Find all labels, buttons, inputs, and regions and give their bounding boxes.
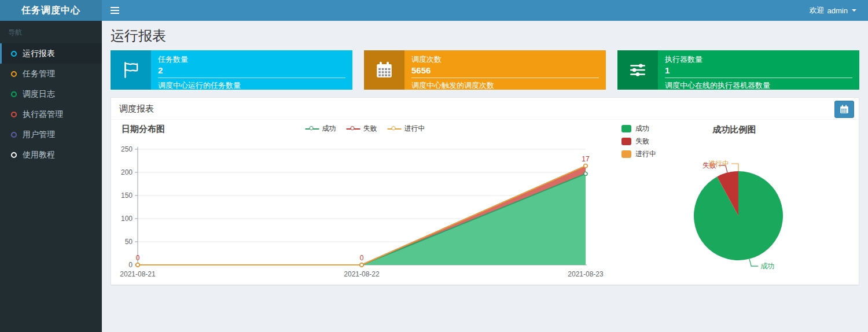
sidebar-item-label: 执行器管理 xyxy=(23,109,63,120)
svg-text:2021-08-23: 2021-08-23 xyxy=(568,270,604,278)
welcome-label: 欢迎 xyxy=(810,5,825,16)
sidebar-item-user-manage[interactable]: 用户管理 xyxy=(0,124,102,145)
stat-card-label: 任务数量 xyxy=(158,54,345,65)
header-brand[interactable]: 任务调度中心 xyxy=(0,0,102,21)
legend-label: 失败 xyxy=(635,137,649,146)
legend-label: 失败 xyxy=(363,124,377,134)
pie-legend-item-进行中[interactable]: 进行中 xyxy=(621,149,656,159)
svg-text:250: 250 xyxy=(121,145,133,153)
flag-icon xyxy=(111,50,151,90)
report-panel-body: 日期分布图 成功失败进行中 05010015020025000172021-08… xyxy=(111,120,859,284)
stat-card-label: 执行器数量 xyxy=(665,54,852,65)
svg-text:150: 150 xyxy=(121,191,133,200)
chevron-down-icon xyxy=(852,9,856,12)
svg-text:200: 200 xyxy=(121,168,133,176)
circle-icon xyxy=(11,152,17,158)
svg-text:2021-08-22: 2021-08-22 xyxy=(344,270,380,278)
legend-line-marker xyxy=(347,126,361,132)
circle-icon xyxy=(11,132,17,138)
area-chart-title: 日期分布图 xyxy=(122,124,165,135)
sidebar-item-label: 任务管理 xyxy=(23,69,55,79)
svg-text:进行中: 进行中 xyxy=(708,160,729,168)
svg-text:0: 0 xyxy=(136,254,140,262)
calendar-icon xyxy=(839,104,849,115)
stat-card-label: 调度次数 xyxy=(411,54,599,65)
sidebar-item-run-report[interactable]: 运行报表 xyxy=(0,43,102,64)
stat-card-value: 1 xyxy=(665,65,852,75)
report-panel-title: 调度报表 xyxy=(119,104,154,113)
circle-icon xyxy=(11,71,17,77)
sidebar-item-job-log[interactable]: 调度日志 xyxy=(0,84,102,104)
sidebar-item-label: 使用教程 xyxy=(23,150,55,160)
sidebar: 导航 运行报表任务管理调度日志执行器管理用户管理使用教程 xyxy=(0,21,102,332)
legend-item-失败[interactable]: 失败 xyxy=(347,124,377,134)
stat-card-desc: 调度中心在线的执行器机器数量 xyxy=(665,80,852,90)
main-content: 运行报表 任务数量2调度中心运行的任务数量调度次数5656调度中心触发的调度次数… xyxy=(102,21,868,332)
legend-item-进行中[interactable]: 进行中 xyxy=(388,124,425,134)
stat-card-executor-count: 执行器数量1调度中心在线的执行器机器数量 xyxy=(617,50,859,90)
sidebar-nav-label: 导航 xyxy=(0,21,102,43)
legend-swatch xyxy=(621,138,631,145)
legend-label: 成功 xyxy=(322,124,336,134)
svg-text:50: 50 xyxy=(125,238,133,246)
stat-card-job-count: 任务数量2调度中心运行的任务数量 xyxy=(111,50,352,90)
pie-legend-item-失败[interactable]: 失败 xyxy=(621,137,656,146)
svg-text:100: 100 xyxy=(121,215,133,223)
report-panel: 调度报表 xyxy=(111,97,859,285)
hamburger-icon xyxy=(111,7,119,8)
calendar-icon xyxy=(364,50,404,90)
svg-text:0: 0 xyxy=(360,254,364,262)
stat-card-trigger-count: 调度次数5656调度中心触发的调度次数 xyxy=(364,50,606,90)
stat-card-desc: 调度中心触发的调度次数 xyxy=(411,80,599,90)
line-chart-legend: 成功失败进行中 xyxy=(306,124,425,134)
pie-legend-item-成功[interactable]: 成功 xyxy=(621,124,656,134)
date-range-button[interactable] xyxy=(834,101,854,118)
svg-text:2021-08-21: 2021-08-21 xyxy=(120,270,156,278)
legend-line-marker xyxy=(306,126,319,132)
legend-swatch xyxy=(621,125,631,132)
brand-text: 任务调度中心 xyxy=(21,5,80,17)
legend-label: 进行中 xyxy=(404,124,425,134)
stat-card-value: 2 xyxy=(158,65,345,75)
sidebar-item-help[interactable]: 使用教程 xyxy=(0,145,102,165)
sidebar-item-label: 用户管理 xyxy=(23,130,55,140)
sidebar-menu: 运行报表任务管理调度日志执行器管理用户管理使用教程 xyxy=(0,43,102,165)
legend-item-成功[interactable]: 成功 xyxy=(306,124,336,134)
sidebar-item-label: 调度日志 xyxy=(23,89,55,99)
top-header: 任务调度中心 欢迎 admin xyxy=(0,0,868,21)
legend-line-marker xyxy=(388,126,402,132)
success-ratio-block: 成功失败进行中 成功比例图 成功失败进行中 xyxy=(615,121,854,278)
page-title: 运行报表 xyxy=(102,21,868,50)
hamburger-menu-button[interactable] xyxy=(102,0,127,21)
svg-text:17: 17 xyxy=(582,155,590,163)
stat-card-value: 5656 xyxy=(411,65,599,75)
date-distribution-block: 日期分布图 成功失败进行中 05010015020025000172021-08… xyxy=(116,121,615,278)
pie-chart-legend: 成功失败进行中 xyxy=(621,124,656,162)
legend-swatch xyxy=(621,150,631,158)
stat-cards-row: 任务数量2调度中心运行的任务数量调度次数5656调度中心触发的调度次数执行器数量… xyxy=(102,50,868,90)
legend-label: 进行中 xyxy=(635,149,656,159)
svg-text:0: 0 xyxy=(128,261,133,269)
date-distribution-chart[interactable]: 05010015020025000172021-08-212021-08-222… xyxy=(116,143,610,286)
circle-icon xyxy=(11,91,17,97)
report-panel-heading: 调度报表 xyxy=(111,98,859,120)
sidebar-item-executor-manage[interactable]: 执行器管理 xyxy=(0,104,102,124)
stat-card-desc: 调度中心运行的任务数量 xyxy=(158,80,345,90)
legend-label: 成功 xyxy=(635,124,649,134)
sidebar-item-label: 运行报表 xyxy=(23,49,55,59)
sidebar-item-job-manage[interactable]: 任务管理 xyxy=(0,64,102,84)
navbar: 欢迎 admin xyxy=(102,0,868,21)
circle-icon xyxy=(11,51,17,57)
sliders-icon xyxy=(617,50,658,90)
user-menu[interactable]: 欢迎 admin xyxy=(798,0,868,21)
username: admin xyxy=(827,6,848,15)
svg-text:成功: 成功 xyxy=(760,262,774,270)
circle-icon xyxy=(11,112,17,117)
